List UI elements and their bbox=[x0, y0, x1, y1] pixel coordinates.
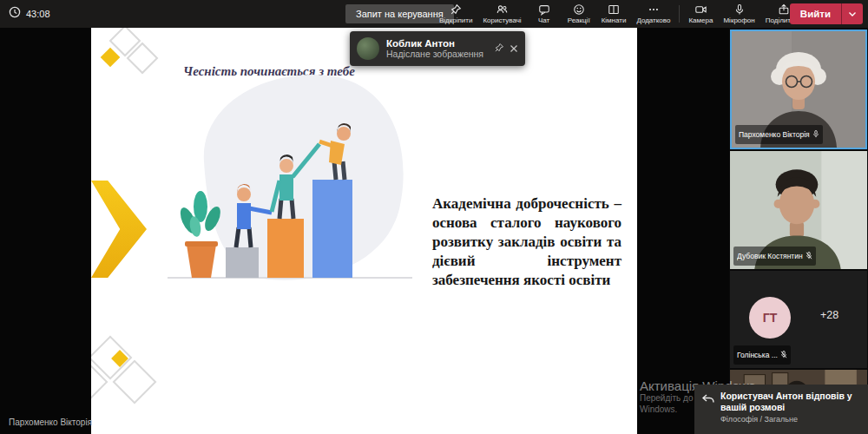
rooms-icon bbox=[608, 3, 620, 16]
shared-screen-stage: Чесність починається з тебе bbox=[0, 28, 729, 434]
toast-actions bbox=[494, 41, 518, 56]
toolbar-button-label: Реакції bbox=[568, 16, 590, 24]
toolbar-button-label: Відкріпити bbox=[439, 16, 472, 24]
presenter-name-label: Пархоменко Вікторія bbox=[9, 418, 92, 427]
video-tile-parkhomenko[interactable]: Пархоменко Вікторія bbox=[730, 30, 867, 149]
toolbar-buttons: Відкріпити Користувачі Чат Реакції bbox=[434, 0, 807, 28]
overflow-participant-count: +28 bbox=[820, 309, 838, 321]
participant-name: Пархоменко Вікторія bbox=[739, 130, 810, 139]
leave-button-label: Вийти bbox=[790, 3, 841, 24]
presentation-slide: Чесність починається з тебе bbox=[91, 28, 637, 434]
toast-message: Надіслане зображення bbox=[386, 49, 490, 59]
share-icon bbox=[778, 3, 790, 16]
yellow-chevron-decoration bbox=[91, 181, 147, 278]
chat-notification-toast[interactable]: Коблик Антон Надіслане зображення bbox=[350, 31, 525, 66]
pin-icon[interactable] bbox=[494, 41, 504, 56]
toolbar-button-rooms[interactable]: Кімнати bbox=[596, 0, 632, 28]
toolbar-button-label: Чат bbox=[538, 16, 549, 24]
toast-text-block: Користувач Антон відповів у вашій розмов… bbox=[720, 391, 861, 434]
toolbar-button-camera[interactable]: Камера bbox=[683, 0, 718, 28]
toast-message: Користувач Антон відповів у вашій розмов… bbox=[720, 391, 861, 413]
more-icon bbox=[648, 3, 660, 16]
toolbar-button-label: Мікрофон bbox=[723, 16, 754, 24]
teams-meeting-window: 43:08 Запит на керування Відкріпити Кори… bbox=[0, 0, 868, 434]
toolbar-button-label: Додатково bbox=[636, 16, 670, 24]
meeting-timer-value: 43:08 bbox=[26, 9, 50, 19]
reply-arrow-icon bbox=[701, 391, 717, 434]
avatar bbox=[357, 37, 379, 60]
reactions-icon bbox=[573, 3, 585, 16]
mic-muted-icon bbox=[780, 347, 787, 363]
toolbar-button-participants[interactable]: Користувачі bbox=[477, 0, 526, 28]
leave-button[interactable]: Вийти bbox=[790, 3, 863, 24]
toolbar-button-chat[interactable]: Чат bbox=[527, 0, 562, 28]
participant-name-tag: Пархоменко Вікторія bbox=[735, 125, 823, 144]
toolbar-button-label: Кімнати bbox=[602, 16, 627, 24]
diamond-decoration-bottom bbox=[91, 332, 168, 427]
people-icon bbox=[496, 3, 509, 16]
handshake-illustration bbox=[152, 40, 430, 300]
reply-notification-toast[interactable]: Користувач Антон відповів у вашій розмов… bbox=[694, 385, 868, 434]
toast-sender-name: Коблик Антон bbox=[386, 38, 490, 49]
unpin-icon bbox=[450, 3, 462, 16]
video-tile-holinska-group[interactable]: ГТ +28 Голінська ... bbox=[730, 271, 867, 368]
toast-channel: Філософія / Загальне bbox=[720, 415, 861, 424]
toolbar-button-reactions[interactable]: Реакції bbox=[562, 0, 596, 28]
mic-muted-icon bbox=[806, 248, 812, 264]
participant-name: Дубовик Костянтин bbox=[737, 252, 803, 260]
slide-body-text: Академічна доброчесність – основа сталог… bbox=[432, 194, 621, 290]
close-icon[interactable] bbox=[510, 41, 518, 56]
meeting-toolbar: 43:08 Запит на керування Відкріпити Кори… bbox=[0, 0, 868, 28]
chat-icon bbox=[538, 3, 550, 16]
toolbar-button-label: Камера bbox=[688, 16, 713, 24]
toolbar-button-unpin[interactable]: Відкріпити bbox=[434, 0, 477, 28]
toolbar-button-label: Користувачі bbox=[483, 16, 521, 24]
mic-icon bbox=[812, 127, 819, 142]
avatar-initials: ГТ bbox=[763, 311, 778, 325]
participant-name: Голінська ... bbox=[737, 351, 778, 359]
camera-icon bbox=[694, 3, 707, 16]
toast-text-block: Коблик Антон Надіслане зображення bbox=[386, 38, 490, 59]
participant-name-tag: Дубовик Костянтин bbox=[733, 247, 816, 266]
video-tile-dubovyk[interactable]: Дубовик Костянтин bbox=[730, 151, 867, 269]
chevron-down-icon[interactable] bbox=[841, 3, 863, 24]
participant-name-tag: Голінська ... bbox=[733, 345, 791, 365]
mic-icon bbox=[733, 3, 746, 16]
toolbar-button-more[interactable]: Додатково bbox=[631, 0, 675, 28]
meeting-timer: 43:08 bbox=[9, 0, 50, 28]
toolbar-divider bbox=[679, 5, 680, 23]
participants-video-strip: Пархоменко Вікторія Дубовик Костянтин bbox=[729, 28, 868, 434]
toolbar-button-mic[interactable]: Мікрофон bbox=[718, 0, 760, 28]
clock-icon bbox=[9, 6, 21, 22]
avatar: ГТ bbox=[749, 297, 791, 339]
